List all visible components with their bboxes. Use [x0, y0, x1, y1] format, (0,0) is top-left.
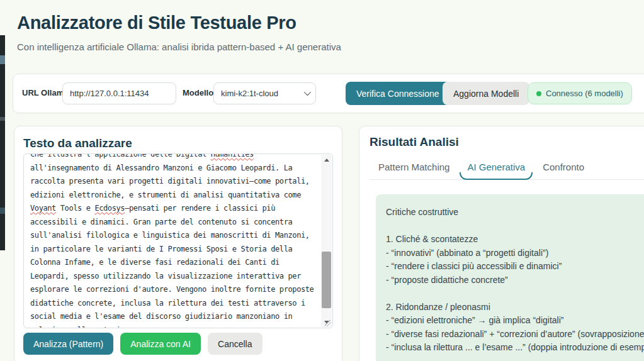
textarea-line: edizioni elettroniche, e strumenti di an… — [30, 189, 321, 203]
connection-status-badge: Connesso (6 modelli) — [528, 82, 632, 104]
ollama-url-input[interactable] — [62, 82, 176, 104]
analyze-pattern-button[interactable]: Analizza (Pattern) — [23, 333, 113, 355]
editor-buttons-row: Analizza (Pattern) Analizza con AI Cance… — [23, 333, 263, 355]
refresh-models-button[interactable]: Aggiorna Modelli — [443, 82, 529, 105]
analyze-ai-button[interactable]: Analizza con AI — [120, 333, 201, 355]
result-line: 2. Ridondanze / pleonasmi — [386, 301, 644, 314]
result-line — [386, 287, 644, 301]
editor-panel-title: Testo da analizzare — [23, 136, 333, 150]
verify-connection-button[interactable]: Verifica Connessione — [346, 82, 450, 105]
result-line: - “innovativi” (abbinato a “progetti dig… — [386, 247, 644, 260]
textarea-line: raccolta presenta vari progetti digitali… — [30, 175, 321, 189]
result-line: Critiche costruttive — [386, 206, 644, 219]
result-line: - “rendere i classici più accessibili e … — [386, 260, 644, 274]
status-dot-icon — [536, 91, 541, 96]
background-window-fragment — [0, 117, 5, 121]
background-window-fragment — [0, 208, 5, 214]
chevron-down-icon — [304, 89, 311, 96]
result-line: - “proposte didattiche concrete” — [386, 274, 644, 287]
textarea-line: didattiche concrete, inclusa la rilettur… — [30, 297, 321, 311]
tab-confronto[interactable]: Confronto — [534, 157, 593, 179]
scroll-up-icon[interactable] — [321, 155, 332, 165]
result-line — [386, 219, 644, 233]
ai-result-text: Critiche costruttive1. Cliché & scontate… — [386, 206, 644, 355]
clear-button[interactable]: Cancella — [208, 333, 262, 355]
textarea-content: che illustra l'applicazione delle Digita… — [30, 153, 321, 328]
textarea-line: relazione alla retorica. — [30, 324, 321, 329]
model-select-value: kimi-k2:1t-cloud — [221, 89, 278, 98]
tab-ai-generativa[interactable]: AI Generativa — [458, 157, 534, 179]
model-label: Modello: — [183, 88, 216, 97]
page-subtitle: Con intelligenza artificiale Ollama: ana… — [17, 42, 341, 52]
model-select[interactable]: kimi-k2:1t-cloud — [213, 82, 316, 104]
textarea-line: Leopardi, spesso utilizzando la visualiz… — [30, 270, 321, 284]
textarea-line: esplorare le correzioni d'autore. Vengon… — [30, 283, 321, 297]
textarea-line: sull'analisi filologica e linguistica de… — [30, 229, 321, 243]
text-to-analyze-textarea[interactable]: che illustra l'applicazione delle Digita… — [23, 153, 333, 328]
textarea-line: in particolare le varianti de I Promessi… — [30, 243, 321, 257]
result-line: 1. Cliché & scontatezze — [386, 233, 644, 247]
results-panel: Risultati Analisi Pattern MatchingAI Gen… — [359, 126, 644, 361]
textarea-line: accessibili e dinamici. Gran parte del c… — [30, 216, 321, 230]
textarea-line: Colonna Infame, e le diverse fasi redazi… — [30, 256, 321, 270]
page-title: Analizzatore di Stile Testuale Pro — [17, 13, 297, 33]
scrollbar-thumb[interactable] — [322, 252, 331, 308]
results-tabs: Pattern MatchingAI GenerativaConfronto — [370, 157, 644, 180]
result-line: - “edizioni elettroniche” → già implica … — [386, 314, 644, 328]
textarea-line: social media e l'esame del discorso giud… — [30, 310, 321, 324]
background-window-edge — [0, 35, 5, 250]
ai-result-box: Critiche costruttive1. Cliché & scontate… — [376, 194, 644, 361]
textarea-scrollbar[interactable] — [321, 155, 332, 327]
textarea-line: che illustra l'applicazione delle Digita… — [30, 153, 321, 162]
status-badge-label: Connesso (6 modelli) — [546, 89, 623, 98]
results-panel-title: Risultati Analisi — [370, 135, 644, 149]
result-line: - “inclusa la rilettura ... e l’esame ..… — [386, 341, 644, 355]
resize-grip-icon[interactable] — [325, 320, 331, 326]
background-window-fragment — [0, 55, 5, 64]
editor-panel: Testo da analizzare che illustra l'appli… — [14, 126, 342, 361]
result-line: - “diverse fasi redazionali” + “correzio… — [386, 328, 644, 342]
tab-pattern-matching[interactable]: Pattern Matching — [370, 157, 458, 179]
connection-toolbar: URL Ollama: Modello: kimi-k2:1t-cloud Ve… — [13, 74, 644, 113]
textarea-line: Voyant Tools e Ecdosys—pensati per rende… — [30, 202, 321, 216]
textarea-line: all'insegnamento di Alessandro Manzoni e… — [30, 162, 321, 175]
